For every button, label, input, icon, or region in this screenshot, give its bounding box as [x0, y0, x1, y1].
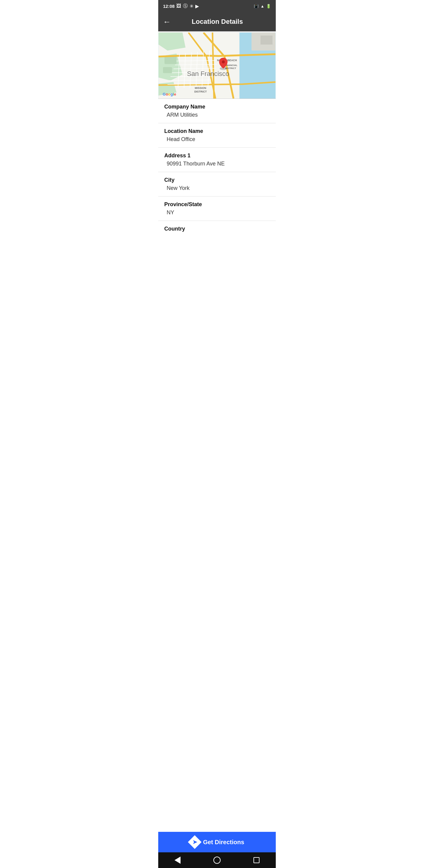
field-province-state: Province/State NY [158, 196, 276, 221]
vibrate-icon: 📳 [254, 4, 258, 8]
svg-text:San Francisco: San Francisco [187, 70, 229, 78]
svg-text:Google: Google [163, 92, 176, 96]
value-city: New York [164, 185, 270, 191]
svg-point-30 [222, 61, 225, 64]
value-address1: 90991 Thorburn Ave NE [164, 161, 270, 167]
photo-icon: 🖼 [176, 3, 181, 9]
field-location-name: Location Name Head Office [158, 123, 276, 148]
back-button[interactable]: ← [163, 17, 171, 27]
label-location-name: Location Name [164, 128, 270, 134]
status-bar: 12:08 🖼 Ⓢ ✳ ▶ 📳 ▲ 🔋 [158, 0, 276, 12]
value-company-name: ARM Utilities [164, 112, 270, 118]
svg-text:MISSION: MISSION [195, 87, 206, 90]
status-left: 12:08 🖼 Ⓢ ✳ ▶ [163, 3, 199, 9]
info-section: Company Name ARM Utilities Location Name… [158, 99, 276, 239]
field-country: Country [158, 221, 276, 239]
skype-icon: Ⓢ [183, 3, 188, 9]
map-container[interactable]: San Francisco NORTH BEACH FINANCIAL DIST… [158, 33, 276, 99]
app-bar: ← Location Details [158, 12, 276, 31]
label-address1: Address 1 [164, 153, 270, 159]
status-time: 12:08 [163, 4, 175, 9]
svg-rect-4 [260, 36, 273, 44]
label-province-state: Province/State [164, 201, 270, 208]
pinwheel-icon: ✳ [190, 3, 193, 9]
map-svg: San Francisco NORTH BEACH FINANCIAL DIST… [158, 33, 276, 98]
label-country: Country [164, 226, 270, 232]
svg-rect-8 [163, 67, 172, 73]
svg-text:DISTRICT: DISTRICT [194, 90, 207, 93]
label-city: City [164, 177, 270, 183]
svg-rect-7 [164, 57, 177, 64]
page-title: Location Details [176, 18, 259, 26]
field-company-name: Company Name ARM Utilities [158, 99, 276, 123]
value-province-state: NY [164, 210, 270, 216]
field-address1: Address 1 90991 Thorburn Ave NE [158, 148, 276, 172]
value-location-name: Head Office [164, 136, 270, 143]
label-company-name: Company Name [164, 104, 270, 110]
field-city: City New York [158, 172, 276, 196]
status-icons-right: 📳 ▲ 🔋 [254, 4, 271, 8]
battery-icon: 🔋 [266, 4, 271, 8]
play-icon: ▶ [195, 3, 199, 9]
wifi-icon: ▲ [260, 4, 264, 8]
content-area: San Francisco NORTH BEACH FINANCIAL DIST… [158, 33, 276, 239]
